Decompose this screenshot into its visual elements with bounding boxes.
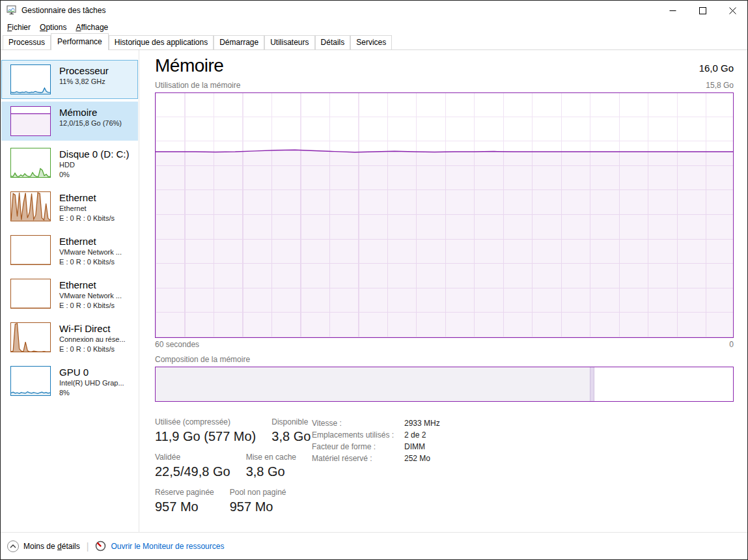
memory-panel: Mémoire 16,0 Go Utilisation de la mémoir… xyxy=(139,50,747,532)
menu-bar: Fichier Options Affichage xyxy=(1,20,747,35)
stat-cached: Mise en cache 3,8 Go xyxy=(246,453,296,479)
menu-options[interactable]: Options xyxy=(35,21,71,34)
sidebar-item-stat: HDD xyxy=(59,160,130,170)
sidebar-item-wifi-direct[interactable]: Wi-Fi Direct Connexion au rése... E : 0 … xyxy=(1,318,138,359)
sidebar-item-stat: VMware Network ... xyxy=(59,291,122,301)
sidebar-item-title: Ethernet xyxy=(59,192,115,204)
tab-demarrage[interactable]: Démarrage xyxy=(214,35,264,49)
gpu-thumbnail-chart xyxy=(10,366,51,396)
task-manager-icon xyxy=(7,5,17,16)
sidebar-item-memory[interactable]: Mémoire 12,0/15,8 Go (76%) xyxy=(1,102,138,141)
sidebar-item-stat: 8% xyxy=(59,388,124,398)
tab-utilisateurs[interactable]: Utilisateurs xyxy=(264,35,314,49)
sidebar-item-title: GPU 0 xyxy=(59,367,124,378)
sidebar-item-stat: E : 0 R : 0 Kbits/s xyxy=(59,214,115,223)
less-details-button[interactable]: Moins de détails xyxy=(7,540,80,552)
sidebar-item-stat: 12,0/15,8 Go (76%) xyxy=(59,119,122,128)
close-button[interactable] xyxy=(717,1,747,20)
chart-label: Utilisation de la mémoire xyxy=(155,81,240,90)
memory-composition-bar xyxy=(155,367,734,402)
performance-body: Processeur 11% 3,82 GHz Mémoire 12,0/15,… xyxy=(1,50,747,532)
stat-available: Disponible 3,8 Go xyxy=(271,417,311,444)
detail-form-factor: Facteur de forme : DIMM xyxy=(312,441,440,453)
wifi-thumbnail-chart xyxy=(10,322,51,352)
sidebar-item-cpu[interactable]: Processeur 11% 3,82 GHz xyxy=(1,60,138,99)
ethernet-thumbnail-chart xyxy=(10,191,51,221)
memory-total: 16,0 Go xyxy=(699,63,734,74)
sidebar-item-stat: Ethernet xyxy=(59,204,115,214)
divider: | xyxy=(87,541,89,552)
hardware-details: Vitesse : 2933 MHz Emplacements utilisés… xyxy=(312,417,440,523)
maximize-button[interactable] xyxy=(687,1,717,20)
tab-performance[interactable]: Performance xyxy=(51,33,109,50)
chart-max-value: 15,8 Go xyxy=(706,81,734,90)
composition-segment-modified xyxy=(590,367,594,401)
menu-fichier[interactable]: Fichier xyxy=(3,21,35,34)
sidebar-item-stat: Intel(R) UHD Grap... xyxy=(59,378,124,388)
composition-segment-in-use xyxy=(156,367,590,401)
sidebar-item-title: Mémoire xyxy=(59,107,122,119)
tab-services[interactable]: Services xyxy=(350,35,392,49)
sidebar-item-ethernet-1[interactable]: Ethernet Ethernet E : 0 R : 0 Kbits/s xyxy=(1,187,138,228)
sidebar-item-stat: 11% 3,82 GHz xyxy=(59,77,109,87)
composition-segment-free xyxy=(594,367,733,401)
sidebar-item-title: Ethernet xyxy=(59,236,122,247)
stat-committed: Validée 22,5/49,8 Go xyxy=(155,453,230,479)
status-bar: Moins de détails | Ouvrir le Moniteur de… xyxy=(1,532,747,559)
detail-speed: Vitesse : 2933 MHz xyxy=(312,417,440,429)
sidebar-item-stat: Connexion au rése... xyxy=(59,335,126,344)
ethernet-thumbnail-chart xyxy=(10,235,51,265)
page-title: Mémoire xyxy=(155,55,223,76)
memory-usage-line xyxy=(156,93,733,337)
cpu-thumbnail-chart xyxy=(10,64,51,94)
stat-non-paged-pool: Pool non paginé 957 Mo xyxy=(230,488,286,514)
sidebar-item-stat: E : 0 R : 0 Kbits/s xyxy=(59,257,122,267)
sidebar-item-ethernet-2[interactable]: Ethernet VMware Network ... E : 0 R : 0 … xyxy=(1,231,138,272)
stat-in-use: Utilisée (compressée) 11,9 Go (577 Mo) xyxy=(155,417,256,444)
detail-slots-used: Emplacements utilisés : 2 de 2 xyxy=(312,429,440,441)
less-details-label: Moins de détails xyxy=(23,542,80,551)
sidebar-item-disk[interactable]: Disque 0 (D: C:) HDD 0% xyxy=(1,143,138,184)
sidebar-item-title: Ethernet xyxy=(59,279,122,291)
tab-bar: Processus Performance Historique des app… xyxy=(1,35,747,50)
window-controls xyxy=(658,1,747,20)
sidebar-item-stat: E : 0 R : 0 Kbits/s xyxy=(59,301,122,311)
close-icon xyxy=(729,7,736,14)
memory-usage-chart xyxy=(155,92,734,338)
tab-historique[interactable]: Historique des applications xyxy=(109,35,214,49)
task-manager-window: Gestionnaire des tâches Fichier Options … xyxy=(0,0,748,560)
title-bar: Gestionnaire des tâches xyxy=(1,1,747,20)
tab-details[interactable]: Détails xyxy=(315,35,351,49)
window-title: Gestionnaire des tâches xyxy=(21,6,105,15)
disk-thumbnail-chart xyxy=(10,148,51,178)
time-axis-end: 0 xyxy=(729,340,734,349)
maximize-icon xyxy=(699,7,706,14)
sidebar-item-stat: 0% xyxy=(59,170,130,180)
sidebar-item-ethernet-3[interactable]: Ethernet VMware Network ... E : 0 R : 0 … xyxy=(1,274,138,315)
memory-stats: Utilisée (compressée) 11,9 Go (577 Mo) D… xyxy=(155,417,312,523)
open-resource-monitor-link[interactable]: Ouvrir le Moniteur de ressources xyxy=(95,540,224,552)
minimize-button[interactable] xyxy=(658,1,687,20)
memory-thumbnail-chart xyxy=(10,106,51,136)
sidebar-item-title: Disque 0 (D: C:) xyxy=(59,148,130,160)
ethernet-thumbnail-chart xyxy=(10,279,51,309)
sidebar-item-stat: VMware Network ... xyxy=(59,247,122,257)
sidebar-item-gpu[interactable]: GPU 0 Intel(R) UHD Grap... 8% xyxy=(1,361,138,402)
detail-hardware-reserved: Matériel réservé : 252 Mo xyxy=(312,453,440,464)
resource-monitor-icon xyxy=(95,540,106,552)
composition-label: Composition de la mémoire xyxy=(155,355,734,364)
time-axis-start: 60 secondes xyxy=(155,340,199,349)
resource-monitor-label: Ouvrir le Moniteur de ressources xyxy=(111,542,224,551)
chevron-up-icon xyxy=(7,540,19,552)
tab-processus[interactable]: Processus xyxy=(3,35,51,49)
minimize-icon xyxy=(669,7,676,14)
stat-paged-pool: Réserve paginée 957 Mo xyxy=(155,488,214,514)
sidebar-item-title: Processeur xyxy=(59,65,109,77)
menu-affichage[interactable]: Affichage xyxy=(71,21,113,34)
sidebar-item-stat: E : 0 R : 0 Kbits/s xyxy=(59,344,126,354)
performance-sidebar: Processeur 11% 3,82 GHz Mémoire 12,0/15,… xyxy=(1,50,139,532)
sidebar-item-title: Wi-Fi Direct xyxy=(59,323,126,335)
